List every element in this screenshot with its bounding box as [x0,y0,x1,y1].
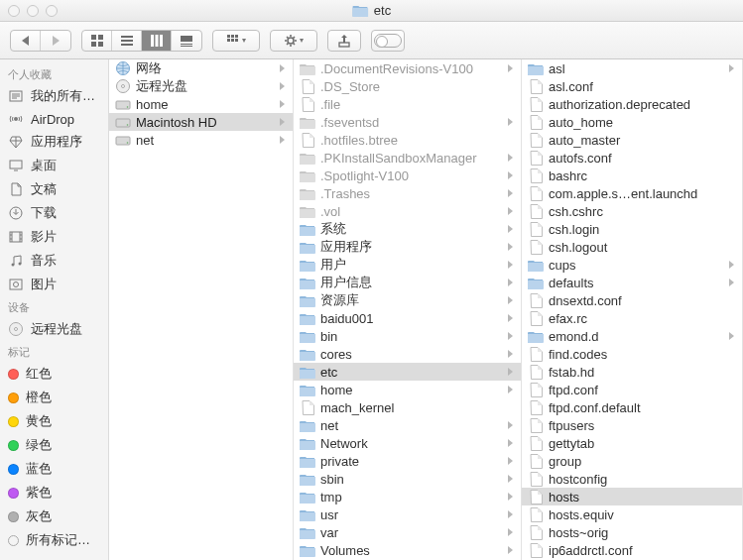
list-item[interactable]: com.apple.s…ent.launchd [522,184,742,202]
minimize-button[interactable] [27,5,39,17]
item-label: mach_kernel [320,400,513,415]
list-item[interactable]: csh.logout [522,238,742,256]
sidebar-tag[interactable]: 所有标记… [0,528,108,552]
list-item[interactable]: 用户信息 [294,274,521,291]
list-item[interactable]: find.codes [522,345,742,363]
sidebar-item-airdrop[interactable]: AirDrop [0,108,108,130]
list-item[interactable]: Volumes [294,541,521,559]
forward-button[interactable] [41,31,70,51]
list-item[interactable]: asl [522,59,742,77]
sidebar-tag[interactable]: 紫色 [0,481,108,504]
list-item[interactable]: ftpd.conf.default [522,398,742,416]
list-item[interactable]: hosts.equiv [522,505,742,523]
sidebar-item-desktop[interactable]: 桌面 [0,154,108,177]
list-item[interactable]: home [294,381,521,398]
list-item[interactable]: .hotfiles.btree [294,131,521,149]
zoom-button[interactable] [46,5,58,17]
list-item[interactable]: autofs.conf [522,149,742,167]
sidebar-item-downloads[interactable]: 下载 [0,201,108,225]
sidebar-tag[interactable]: 黄色 [0,409,108,433]
tag-dot-icon [8,440,19,451]
list-item[interactable]: csh.login [522,220,742,238]
column-view-button[interactable] [142,31,172,51]
list-item[interactable]: net [109,131,293,149]
list-item[interactable]: .Trashes [294,184,521,202]
list-item[interactable]: csh.cshrc [522,202,742,220]
list-item[interactable]: 用户 [294,256,521,274]
list-item[interactable]: var [294,523,521,541]
list-item[interactable]: .fseventsd [294,113,521,131]
list-view-button[interactable] [112,31,142,51]
sidebar-item-apps[interactable]: 应用程序 [0,130,108,154]
list-item[interactable]: baidu001 [294,309,521,327]
list-item[interactable]: usr [294,505,521,523]
chevron-right-icon [508,493,513,501]
list-item[interactable]: tmp [294,488,521,505]
list-item[interactable]: 系统 [294,220,521,238]
list-item[interactable]: hostconfig [522,470,742,488]
list-item[interactable]: hosts~orig [522,523,742,541]
airdrop-icon [8,111,24,127]
list-item[interactable]: .vol [294,202,521,220]
list-item[interactable]: bashrc [522,167,742,184]
list-item[interactable]: emond.d [522,327,742,345]
list-item[interactable]: hosts [522,488,742,505]
list-item[interactable]: Macintosh HD [109,113,293,131]
list-item[interactable]: group [522,452,742,470]
list-item[interactable]: efax.rc [522,309,742,327]
list-item[interactable]: mach_kernel [294,398,521,416]
list-item[interactable]: .DS_Store [294,77,521,95]
list-item[interactable]: defaults [522,274,742,291]
tags-button[interactable] [371,30,405,52]
list-item[interactable]: 网络 [109,59,293,77]
folder-icon [300,346,315,362]
list-item[interactable]: fstab.hd [522,363,742,381]
list-item[interactable]: bin [294,327,521,345]
list-item[interactable]: 资源库 [294,291,521,309]
folder-icon [352,4,368,17]
list-item[interactable]: cores [294,345,521,363]
share-button[interactable] [327,30,361,52]
sidebar-item-disc[interactable]: 远程光盘 [0,317,108,341]
list-item[interactable]: 应用程序 [294,238,521,256]
close-button[interactable] [8,5,20,17]
sidebar-tag[interactable]: 灰色 [0,504,108,528]
list-item[interactable]: Network [294,434,521,452]
icon-view-button[interactable] [82,31,112,51]
list-item[interactable]: auto_master [522,131,742,149]
list-item[interactable]: .Spotlight-V100 [294,167,521,184]
list-item[interactable]: .PKInstallSandboxManager [294,149,521,167]
sidebar-tag[interactable]: 橙色 [0,386,108,409]
sidebar-item-all-files[interactable]: 我的所有… [0,84,108,108]
chevron-right-icon [280,118,285,126]
list-item[interactable]: .file [294,95,521,113]
list-item[interactable]: net [294,416,521,434]
sidebar-tag[interactable]: 绿色 [0,433,108,457]
list-item[interactable]: authorization.deprecated [522,95,742,113]
list-item[interactable]: private [294,452,521,470]
list-item[interactable]: dnsextd.conf [522,291,742,309]
action-menu[interactable]: ▾ [270,30,317,52]
back-button[interactable] [11,31,41,51]
list-item[interactable]: gettytab [522,434,742,452]
list-item[interactable]: .DocumentRevisions-V100 [294,59,521,77]
coverflow-view-button[interactable] [172,31,201,51]
list-item[interactable]: ftpd.conf [522,381,742,398]
list-item[interactable]: auto_home [522,113,742,131]
sidebar-item-movies[interactable]: 影片 [0,225,108,249]
list-item[interactable]: ip6addrctl.conf [522,541,742,559]
list-item[interactable]: ftpusers [522,416,742,434]
sidebar-item-documents[interactable]: 文稿 [0,177,108,201]
list-item[interactable]: cups [522,256,742,274]
list-item[interactable]: 远程光盘 [109,77,293,95]
list-item[interactable]: sbin [294,470,521,488]
arrange-menu[interactable]: ▾ [212,30,260,52]
sidebar-tag[interactable]: 蓝色 [0,457,108,481]
sidebar-item-music[interactable]: 音乐 [0,249,108,273]
list-item[interactable]: asl.conf [522,77,742,95]
sidebar-tag[interactable]: 红色 [0,362,108,386]
sidebar-item-pictures[interactable]: 图片 [0,273,108,296]
list-item[interactable]: home [109,95,293,113]
chevron-right-icon [508,439,513,447]
list-item[interactable]: etc [294,363,521,381]
